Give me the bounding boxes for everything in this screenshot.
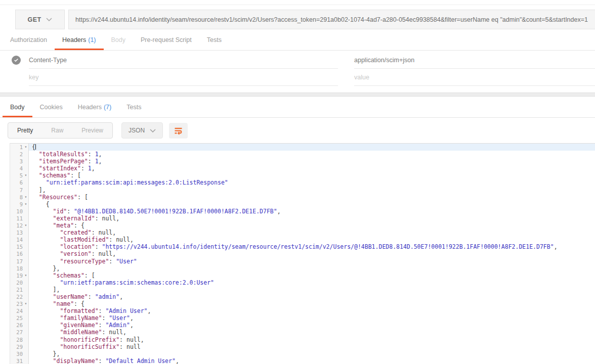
header-key-input[interactable] <box>29 74 338 81</box>
tab-response-headers[interactable]: Headers(7) <box>70 97 119 117</box>
tab-body[interactable]: Body <box>104 29 134 50</box>
column-gap <box>338 52 354 69</box>
language-dropdown[interactable]: JSON <box>121 122 163 139</box>
view-mode-switcher: Pretty Raw Preview <box>8 122 113 139</box>
tab-label: Headers <box>62 36 86 43</box>
token-key: "externalId" <box>53 215 95 222</box>
code-line-text: "meta": { <box>29 222 595 229</box>
token-pun: : <box>119 336 126 343</box>
tab-response-tests[interactable]: Tests <box>119 97 149 117</box>
fold-toggle-icon[interactable]: ▾ <box>23 272 29 279</box>
token-str: "Default Admin User" <box>105 357 175 364</box>
tab-headers[interactable]: Headers(1) <box>55 29 104 50</box>
gutter-cell: 17 <box>10 258 29 265</box>
view-mode-pretty[interactable]: Pretty <box>8 123 42 138</box>
gutter-cell: 7 <box>10 187 29 194</box>
headers-editor <box>0 52 595 86</box>
tab-tests[interactable]: Tests <box>199 29 229 50</box>
fold-toggle-icon[interactable]: ▾ <box>23 144 29 151</box>
header-value-input[interactable] <box>354 57 595 64</box>
token-pun: : <box>92 250 99 257</box>
gutter-cell: 25 <box>10 314 29 322</box>
gutter-cell: 2 <box>10 151 29 158</box>
token-key: "resourceType" <box>60 258 109 265</box>
fold-toggle-icon[interactable]: ▾ <box>23 194 29 201</box>
header-enabled-checkbox[interactable] <box>12 56 21 65</box>
code-line: 22 "userName": "admin", <box>10 293 595 300</box>
token-pun: : <box>95 243 102 250</box>
code-line-text: "itemsPerPage": 1, <box>29 158 595 165</box>
tab-label: Authorization <box>10 36 47 43</box>
code-line: 26 "givenName": "Admin", <box>10 322 595 329</box>
code-line-text: "userName": "admin", <box>29 293 595 300</box>
word-wrap-button[interactable] <box>169 123 188 139</box>
method-dropdown[interactable]: GET <box>15 10 65 29</box>
line-number: 28 <box>10 336 23 343</box>
code-line: 10 "id": "@!4BB1.DED8.814D.50E7!0001!922… <box>10 208 595 215</box>
code-line-text: "formatted": "Admin User", <box>29 307 595 314</box>
fold-toggle-icon[interactable]: ▾ <box>23 300 29 307</box>
code-line-text: "id": "@!4BB1.DED8.814D.50E7!0001!922B.1… <box>29 208 595 215</box>
url-input[interactable] <box>68 10 595 29</box>
token-pun: ], <box>53 286 60 293</box>
header-key-input[interactable] <box>29 57 338 64</box>
response-body-editor: 1▾{2 "totalResults": 1,3 "itemsPerPage":… <box>10 143 595 364</box>
code-line-text: { <box>29 144 595 151</box>
code-line: 11 "externalId": null, <box>10 215 595 222</box>
line-number: 19 <box>10 272 23 279</box>
line-number: 15 <box>10 243 23 250</box>
line-number: 24 <box>10 307 23 314</box>
token-pun: : <box>109 258 116 265</box>
code-line: 17 "resourceType": "User" <box>10 258 595 265</box>
view-mode-raw[interactable]: Raw <box>42 123 72 138</box>
fold-toggle-icon[interactable]: ▾ <box>23 222 29 229</box>
tab-count: (7) <box>104 104 111 111</box>
method-label: GET <box>28 16 41 23</box>
gutter-cell: 26 <box>10 322 29 329</box>
token-pun: , <box>112 229 116 236</box>
code-line-text: "schemas": [ <box>29 272 595 279</box>
token-nul: null <box>116 236 130 243</box>
token-key: "userName" <box>53 293 88 300</box>
token-nul: null <box>102 215 116 222</box>
fold-toggle-icon[interactable]: ▾ <box>23 201 29 208</box>
column-gap <box>338 69 354 86</box>
header-value-cell <box>354 52 595 69</box>
tab-response-body[interactable]: Body <box>3 97 32 117</box>
line-number: 27 <box>10 329 23 336</box>
header-value-input[interactable] <box>354 74 595 81</box>
token-str: "@!4BB1.DED8.814D.50E7!0001!922B.1FAF!00… <box>74 208 277 215</box>
token-pun: : <box>102 314 109 322</box>
tab-pre-request-script[interactable]: Pre-request Script <box>133 29 199 50</box>
gutter-cell: 16 <box>10 250 29 257</box>
text-cursor <box>35 144 36 150</box>
gutter-cell: 1▾ <box>10 144 29 151</box>
code-line-text: "Resources": [ <box>29 194 595 201</box>
code-line: 25 "familyName": "User", <box>10 314 595 322</box>
token-key: "schemas" <box>39 172 70 179</box>
line-number: 30 <box>10 350 23 357</box>
code-line-text: "created": null, <box>29 229 595 236</box>
token-pun: , <box>112 250 116 257</box>
code-line: 14 "lastModified": null, <box>10 236 595 243</box>
token-pun: : <box>95 215 102 222</box>
token-pun: , <box>277 208 281 215</box>
token-pun: , <box>130 322 134 329</box>
code-line-text: "startIndex": 1, <box>29 165 595 172</box>
token-str: "User" <box>109 314 130 322</box>
fold-toggle-icon[interactable]: ▾ <box>23 172 29 179</box>
token-key: "formatted" <box>60 307 98 314</box>
gutter-cell: 6 <box>10 179 29 186</box>
gutter-cell: 29 <box>10 343 29 350</box>
tab-authorization[interactable]: Authorization <box>3 29 55 50</box>
code-area[interactable]: 1▾{2 "totalResults": 1,3 "itemsPerPage":… <box>10 144 595 364</box>
token-pun: }, <box>53 350 60 357</box>
code-line: 3 "itemsPerPage": 1, <box>10 158 595 165</box>
token-pun: : <box>109 236 116 243</box>
view-mode-preview[interactable]: Preview <box>72 123 112 138</box>
tab-response-cookies[interactable]: Cookies <box>32 97 70 117</box>
token-key: "created" <box>60 229 91 236</box>
code-line: 18 }, <box>10 265 595 272</box>
gutter-cell: 10 <box>10 208 29 215</box>
code-line: 13 "created": null, <box>10 229 595 236</box>
